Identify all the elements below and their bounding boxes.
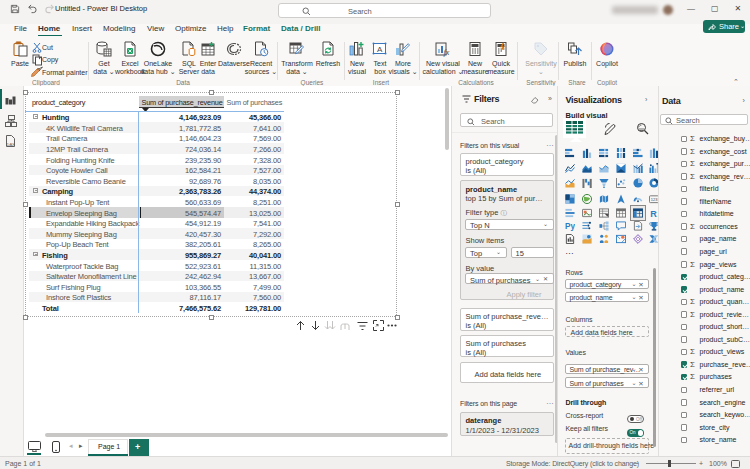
svg-text:DAX: DAX [7,142,16,147]
svg-text:A: A [377,45,383,54]
svg-text:Py: Py [565,222,575,231]
svg-text:fx: fx [444,48,450,57]
svg-text:R: R [650,209,657,218]
